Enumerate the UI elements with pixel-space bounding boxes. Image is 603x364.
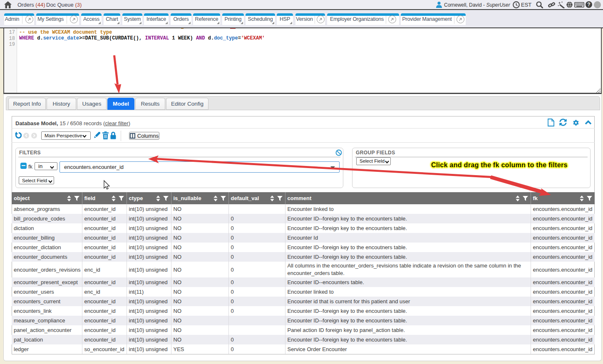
svg-text:?: ? [587,2,590,7]
